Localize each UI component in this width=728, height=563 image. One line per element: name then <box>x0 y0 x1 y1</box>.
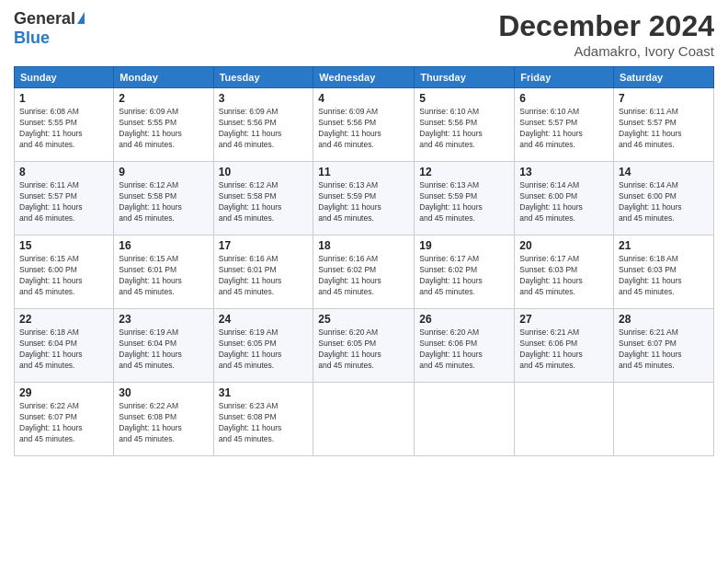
day-info: Sunrise: 6:17 AM Sunset: 6:03 PM Dayligh… <box>519 254 609 298</box>
day-info: Sunrise: 6:18 AM Sunset: 6:03 PM Dayligh… <box>619 254 709 298</box>
calendar-cell: 30 Sunrise: 6:22 AM Sunset: 6:08 PM Dayl… <box>114 383 213 456</box>
day-info: Sunrise: 6:10 AM Sunset: 5:56 PM Dayligh… <box>419 107 509 151</box>
weekday-header-wednesday: Wednesday <box>313 67 415 88</box>
calendar-cell: 4 Sunrise: 6:09 AM Sunset: 5:56 PM Dayli… <box>313 88 415 162</box>
day-number: 15 <box>19 239 108 252</box>
day-info: Sunrise: 6:11 AM Sunset: 5:57 PM Dayligh… <box>19 180 108 224</box>
calendar-cell: 15 Sunrise: 6:15 AM Sunset: 6:00 PM Dayl… <box>15 236 114 309</box>
day-number: 19 <box>419 239 509 252</box>
calendar-cell: 7 Sunrise: 6:11 AM Sunset: 5:57 PM Dayli… <box>614 88 714 162</box>
day-info: Sunrise: 6:22 AM Sunset: 6:08 PM Dayligh… <box>119 401 208 445</box>
day-info: Sunrise: 6:16 AM Sunset: 6:01 PM Dayligh… <box>219 254 309 298</box>
calendar-cell: 5 Sunrise: 6:10 AM Sunset: 5:56 PM Dayli… <box>415 88 515 162</box>
calendar-cell <box>415 383 515 456</box>
day-info: Sunrise: 6:21 AM Sunset: 6:06 PM Dayligh… <box>519 327 609 372</box>
calendar-cell: 21 Sunrise: 6:18 AM Sunset: 6:03 PM Dayl… <box>614 236 714 309</box>
day-info: Sunrise: 6:19 AM Sunset: 6:05 PM Dayligh… <box>219 327 309 372</box>
day-number: 6 <box>519 92 609 105</box>
logo-general-text: General <box>14 9 75 29</box>
day-info: Sunrise: 6:13 AM Sunset: 5:59 PM Dayligh… <box>318 180 409 224</box>
day-info: Sunrise: 6:09 AM Sunset: 5:56 PM Dayligh… <box>318 107 409 151</box>
weekday-header-saturday: Saturday <box>614 67 714 88</box>
day-info: Sunrise: 6:15 AM Sunset: 6:00 PM Dayligh… <box>19 254 108 298</box>
logo-triangle-icon <box>77 12 85 24</box>
calendar-cell <box>313 383 415 456</box>
day-number: 7 <box>619 92 709 105</box>
month-title: December 2024 <box>498 9 714 43</box>
calendar-week-1: 1 Sunrise: 6:08 AM Sunset: 5:55 PM Dayli… <box>15 88 714 162</box>
day-info: Sunrise: 6:18 AM Sunset: 6:04 PM Dayligh… <box>19 327 108 372</box>
calendar-cell <box>614 383 714 456</box>
day-info: Sunrise: 6:15 AM Sunset: 6:01 PM Dayligh… <box>119 254 208 298</box>
day-info: Sunrise: 6:14 AM Sunset: 6:00 PM Dayligh… <box>619 180 709 224</box>
day-number: 3 <box>219 92 309 105</box>
day-info: Sunrise: 6:20 AM Sunset: 6:05 PM Dayligh… <box>318 327 409 372</box>
location-title: Adamakro, Ivory Coast <box>498 43 714 59</box>
day-info: Sunrise: 6:13 AM Sunset: 5:59 PM Dayligh… <box>419 180 509 224</box>
calendar-cell: 26 Sunrise: 6:20 AM Sunset: 6:06 PM Dayl… <box>415 309 515 383</box>
day-number: 9 <box>119 166 208 178</box>
day-info: Sunrise: 6:20 AM Sunset: 6:06 PM Dayligh… <box>419 327 509 372</box>
calendar-cell: 10 Sunrise: 6:12 AM Sunset: 5:58 PM Dayl… <box>213 162 313 236</box>
calendar-cell: 3 Sunrise: 6:09 AM Sunset: 5:56 PM Dayli… <box>213 88 313 162</box>
day-number: 26 <box>419 313 509 326</box>
day-number: 23 <box>119 313 208 326</box>
calendar-page: General Blue December 2024 Adamakro, Ivo… <box>0 0 728 563</box>
day-info: Sunrise: 6:22 AM Sunset: 6:07 PM Dayligh… <box>19 401 108 445</box>
calendar-cell: 11 Sunrise: 6:13 AM Sunset: 5:59 PM Dayl… <box>313 162 415 236</box>
weekday-header-friday: Friday <box>515 67 614 88</box>
day-number: 14 <box>619 166 709 178</box>
day-number: 4 <box>318 92 409 105</box>
day-number: 12 <box>419 166 509 178</box>
day-number: 20 <box>519 239 609 252</box>
calendar-cell: 8 Sunrise: 6:11 AM Sunset: 5:57 PM Dayli… <box>15 162 114 236</box>
calendar-body: 1 Sunrise: 6:08 AM Sunset: 5:55 PM Dayli… <box>15 88 714 456</box>
calendar-cell: 19 Sunrise: 6:17 AM Sunset: 6:02 PM Dayl… <box>415 236 515 309</box>
calendar-table: SundayMondayTuesdayWednesdayThursdayFrid… <box>14 66 714 456</box>
day-number: 29 <box>19 386 108 399</box>
day-info: Sunrise: 6:09 AM Sunset: 5:55 PM Dayligh… <box>119 107 208 151</box>
calendar-cell: 24 Sunrise: 6:19 AM Sunset: 6:05 PM Dayl… <box>213 309 313 383</box>
day-number: 2 <box>119 92 208 105</box>
calendar-cell: 29 Sunrise: 6:22 AM Sunset: 6:07 PM Dayl… <box>15 383 114 456</box>
calendar-cell: 1 Sunrise: 6:08 AM Sunset: 5:55 PM Dayli… <box>15 88 114 162</box>
calendar-cell: 23 Sunrise: 6:19 AM Sunset: 6:04 PM Dayl… <box>114 309 213 383</box>
logo-blue-text: Blue <box>14 29 50 47</box>
day-info: Sunrise: 6:23 AM Sunset: 6:08 PM Dayligh… <box>219 401 309 445</box>
weekday-header-sunday: Sunday <box>15 67 114 88</box>
title-block: December 2024 Adamakro, Ivory Coast <box>498 9 714 59</box>
calendar-cell: 9 Sunrise: 6:12 AM Sunset: 5:58 PM Dayli… <box>114 162 213 236</box>
calendar-cell: 6 Sunrise: 6:10 AM Sunset: 5:57 PM Dayli… <box>515 88 614 162</box>
weekday-header-monday: Monday <box>114 67 213 88</box>
calendar-cell: 17 Sunrise: 6:16 AM Sunset: 6:01 PM Dayl… <box>213 236 313 309</box>
calendar-cell: 27 Sunrise: 6:21 AM Sunset: 6:06 PM Dayl… <box>515 309 614 383</box>
weekday-header-tuesday: Tuesday <box>213 67 313 88</box>
day-number: 5 <box>419 92 509 105</box>
calendar-cell: 2 Sunrise: 6:09 AM Sunset: 5:55 PM Dayli… <box>114 88 213 162</box>
day-number: 30 <box>119 386 208 399</box>
calendar-week-2: 8 Sunrise: 6:11 AM Sunset: 5:57 PM Dayli… <box>15 162 714 236</box>
day-number: 17 <box>219 239 309 252</box>
calendar-cell: 22 Sunrise: 6:18 AM Sunset: 6:04 PM Dayl… <box>15 309 114 383</box>
day-info: Sunrise: 6:19 AM Sunset: 6:04 PM Dayligh… <box>119 327 208 372</box>
day-number: 25 <box>318 313 409 326</box>
calendar-week-4: 22 Sunrise: 6:18 AM Sunset: 6:04 PM Dayl… <box>15 309 714 383</box>
calendar-cell: 20 Sunrise: 6:17 AM Sunset: 6:03 PM Dayl… <box>515 236 614 309</box>
day-number: 8 <box>19 166 108 178</box>
day-number: 10 <box>219 166 309 178</box>
day-number: 13 <box>519 166 609 178</box>
calendar-cell: 28 Sunrise: 6:21 AM Sunset: 6:07 PM Dayl… <box>614 309 714 383</box>
calendar-cell: 13 Sunrise: 6:14 AM Sunset: 6:00 PM Dayl… <box>515 162 614 236</box>
calendar-cell: 12 Sunrise: 6:13 AM Sunset: 5:59 PM Dayl… <box>415 162 515 236</box>
calendar-header-row: SundayMondayTuesdayWednesdayThursdayFrid… <box>15 67 714 88</box>
weekday-header-thursday: Thursday <box>415 67 515 88</box>
day-info: Sunrise: 6:11 AM Sunset: 5:57 PM Dayligh… <box>619 107 709 151</box>
logo: General Blue <box>14 9 85 48</box>
day-info: Sunrise: 6:14 AM Sunset: 6:00 PM Dayligh… <box>519 180 609 224</box>
day-info: Sunrise: 6:21 AM Sunset: 6:07 PM Dayligh… <box>619 327 709 372</box>
calendar-cell <box>515 383 614 456</box>
day-info: Sunrise: 6:17 AM Sunset: 6:02 PM Dayligh… <box>419 254 509 298</box>
day-number: 21 <box>619 239 709 252</box>
calendar-cell: 31 Sunrise: 6:23 AM Sunset: 6:08 PM Dayl… <box>213 383 313 456</box>
day-info: Sunrise: 6:09 AM Sunset: 5:56 PM Dayligh… <box>219 107 309 151</box>
